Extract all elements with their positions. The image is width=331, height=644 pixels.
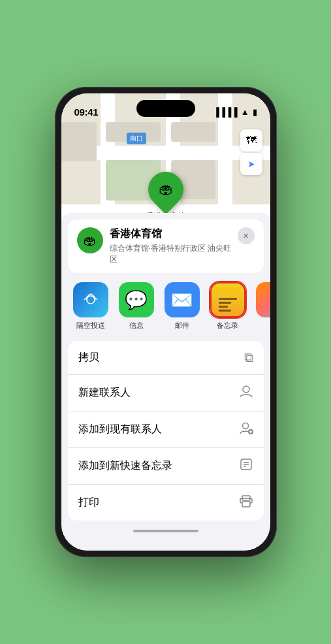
phone-frame: 09:41 ▐▐▐▐ ▲ ▮ 南口 [55,87,277,557]
location-card-left: 🏟 香港体育馆 综合体育馆·香港特别行政区 油尖旺区 [77,227,238,265]
share-item-messages[interactable]: 💬 信息 [114,282,159,330]
status-time: 09:41 [74,106,99,118]
layers-button[interactable]: 🗺 [240,129,262,152]
wifi-icon: ▲ [241,107,249,117]
pin-inner-icon: 🏟 [159,181,173,198]
location-card: 🏟 香港体育馆 综合体育馆·香港特别行政区 油尖旺区 × [68,219,264,273]
add-existing-icon [239,421,253,438]
action-print[interactable]: 打印 [68,485,264,521]
more-label: 推 [270,321,270,330]
location-info: 香港体育馆 综合体育馆·香港特别行政区 油尖旺区 [110,227,238,265]
action-add-notes[interactable]: 添加到新快速备忘录 [68,448,264,485]
airdrop-label: 隔空投送 [76,321,105,330]
share-item-airdrop[interactable]: 隔空投送 [68,282,114,330]
share-row: 隔空投送 💬 信息 ✉️ 邮件 [61,273,270,337]
mail-label: 邮件 [175,321,189,330]
signal-icon: ▐▐▐▐ [213,107,238,117]
location-button[interactable]: ➤ [240,153,262,175]
status-icons: ▐▐▐▐ ▲ ▮ [213,107,257,117]
share-item-mail[interactable]: ✉️ 邮件 [159,282,205,330]
phone-screen: 09:41 ▐▐▐▐ ▲ ▮ 南口 [61,93,270,551]
notes-icon-bg [210,282,245,317]
action-add-notes-label: 添加到新快速备忘录 [78,459,172,473]
close-button[interactable]: × [238,227,255,244]
map-controls: 🗺 ➤ [240,129,262,176]
more-icon [256,282,270,317]
action-new-contact-label: 新建联系人 [78,386,131,400]
messages-label: 信息 [129,321,144,330]
airdrop-icon [73,282,108,317]
map-label-text: 南口 [130,135,143,142]
copy-icon: ⧉ [244,350,253,365]
action-copy[interactable]: 拷贝 ⧉ [68,341,264,375]
battery-icon: ▮ [253,107,257,117]
home-indicator [61,524,270,538]
notes-line2 [219,302,232,304]
add-notes-icon [239,457,253,475]
map-label: 南口 [127,133,146,144]
action-list: 拷贝 ⧉ 新建联系人 添加到现有联系人 [68,341,264,521]
notes-line3 [219,306,228,308]
notes-label: 备忘录 [217,321,238,330]
home-bar [133,530,198,532]
location-venue-icon: 🏟 [77,227,103,253]
location-subtitle: 综合体育馆·香港特别行政区 油尖旺区 [110,243,238,265]
action-print-label: 打印 [78,496,99,509]
bottom-sheet: 🏟 香港体育馆 综合体育馆·香港特别行政区 油尖旺区 × [61,213,270,551]
action-new-contact[interactable]: 新建联系人 [68,375,264,411]
location-icon: ➤ [247,159,255,169]
messages-icon: 💬 [119,282,154,317]
svg-rect-5 [242,502,250,507]
mail-icon: ✉️ [165,282,200,317]
svg-point-2 [242,423,248,429]
pin-circle: 🏟 [140,165,190,214]
print-icon [239,494,253,511]
map-block5 [61,122,97,161]
share-item-notes[interactable]: 备忘录 [205,282,251,330]
dynamic-island [136,100,195,117]
notes-line4 [219,310,232,312]
new-contact-icon [239,384,253,402]
close-icon: × [243,231,248,241]
notes-lines [215,294,240,314]
action-add-existing-label: 添加到现有联系人 [78,423,162,436]
layers-icon: 🗺 [246,135,257,146]
action-copy-label: 拷贝 [78,351,99,364]
svg-point-1 [243,386,249,393]
share-item-more[interactable]: 推 [251,282,270,330]
notes-line1 [219,298,237,300]
action-add-existing[interactable]: 添加到现有联系人 [68,411,264,448]
map-block3 [171,122,215,142]
location-name: 香港体育馆 [110,227,238,241]
